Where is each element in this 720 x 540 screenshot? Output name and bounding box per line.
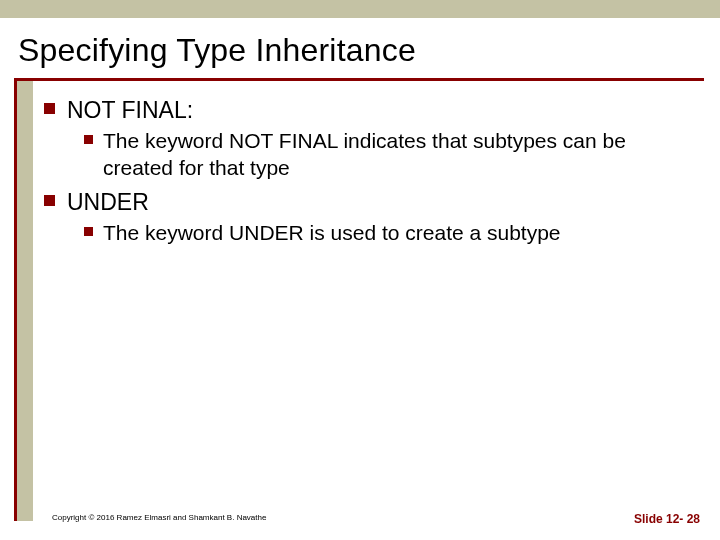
list-item-label: NOT FINAL:	[67, 95, 193, 125]
list-item: NOT FINAL:	[44, 95, 704, 125]
slide-title: Specifying Type Inheritance	[18, 32, 416, 69]
list-subitem-label: The keyword NOT FINAL indicates that sub…	[103, 127, 683, 181]
copyright-text: Copyright © 2016 Ramez Elmasri and Shamk…	[52, 513, 266, 522]
title-underline	[14, 78, 704, 81]
list-subitem: The keyword UNDER is used to create a su…	[84, 219, 704, 246]
square-bullet-icon	[84, 227, 93, 236]
top-accent-bar	[0, 0, 720, 18]
list-item: UNDER	[44, 187, 704, 217]
square-bullet-icon	[44, 195, 55, 206]
square-bullet-icon	[84, 135, 93, 144]
slide-number: Slide 12- 28	[634, 512, 700, 526]
list-item-label: UNDER	[67, 187, 149, 217]
square-bullet-icon	[44, 103, 55, 114]
left-accent-band	[14, 81, 33, 521]
list-subitem: The keyword NOT FINAL indicates that sub…	[84, 127, 704, 181]
content-area: NOT FINAL: The keyword NOT FINAL indicat…	[44, 95, 704, 252]
slide: Specifying Type Inheritance NOT FINAL: T…	[0, 0, 720, 540]
list-subitem-label: The keyword UNDER is used to create a su…	[103, 219, 561, 246]
